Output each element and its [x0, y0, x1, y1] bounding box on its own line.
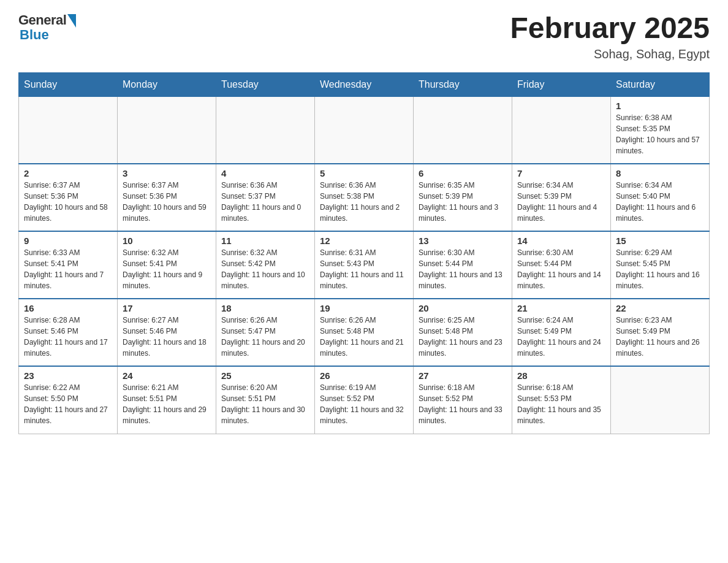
day-number: 4 [221, 168, 309, 178]
calendar-cell: 25Sunrise: 6:20 AMSunset: 5:51 PMDayligh… [216, 366, 315, 434]
calendar-cell: 10Sunrise: 6:32 AMSunset: 5:41 PMDayligh… [118, 231, 216, 299]
calendar-cell [19, 96, 118, 164]
day-info: Sunrise: 6:36 AMSunset: 5:38 PMDaylight:… [320, 180, 408, 224]
calendar-cell: 26Sunrise: 6:19 AMSunset: 5:52 PMDayligh… [315, 366, 414, 434]
day-number: 27 [419, 370, 507, 381]
calendar-week-row: 16Sunrise: 6:28 AMSunset: 5:46 PMDayligh… [19, 299, 710, 366]
calendar-header-row: SundayMondayTuesdayWednesdayThursdayFrid… [19, 72, 710, 96]
day-number: 23 [24, 370, 112, 381]
calendar-cell: 19Sunrise: 6:26 AMSunset: 5:48 PMDayligh… [315, 299, 414, 366]
calendar-cell: 22Sunrise: 6:23 AMSunset: 5:49 PMDayligh… [611, 299, 710, 366]
logo: General Blue [18, 12, 76, 43]
logo-blue-text: Blue [20, 27, 49, 43]
day-number: 28 [517, 370, 605, 381]
day-info: Sunrise: 6:31 AMSunset: 5:43 PMDaylight:… [320, 247, 408, 291]
calendar-cell: 21Sunrise: 6:24 AMSunset: 5:49 PMDayligh… [512, 299, 611, 366]
calendar-cell: 8Sunrise: 6:34 AMSunset: 5:40 PMDaylight… [611, 164, 710, 231]
day-number: 15 [616, 236, 704, 246]
day-number: 21 [517, 303, 605, 313]
calendar-cell: 2Sunrise: 6:37 AMSunset: 5:36 PMDaylight… [19, 164, 118, 231]
day-info: Sunrise: 6:20 AMSunset: 5:51 PMDaylight:… [221, 382, 309, 426]
calendar-header-sunday: Sunday [19, 72, 118, 96]
calendar-week-row: 1Sunrise: 6:38 AMSunset: 5:35 PMDaylight… [19, 96, 710, 164]
calendar-cell [611, 366, 710, 434]
day-number: 25 [221, 370, 309, 381]
day-info: Sunrise: 6:37 AMSunset: 5:36 PMDaylight:… [24, 180, 112, 224]
day-info: Sunrise: 6:34 AMSunset: 5:40 PMDaylight:… [616, 180, 704, 224]
calendar-cell: 17Sunrise: 6:27 AMSunset: 5:46 PMDayligh… [118, 299, 216, 366]
logo-arrow-icon [67, 14, 76, 28]
calendar-header-monday: Monday [118, 72, 216, 96]
day-number: 2 [24, 168, 112, 178]
day-number: 20 [419, 303, 507, 313]
day-info: Sunrise: 6:18 AMSunset: 5:52 PMDaylight:… [419, 382, 507, 426]
calendar-cell: 6Sunrise: 6:35 AMSunset: 5:39 PMDaylight… [414, 164, 512, 231]
calendar-cell: 18Sunrise: 6:26 AMSunset: 5:47 PMDayligh… [216, 299, 315, 366]
day-number: 19 [320, 303, 408, 313]
day-info: Sunrise: 6:30 AMSunset: 5:44 PMDaylight:… [419, 247, 507, 291]
day-info: Sunrise: 6:38 AMSunset: 5:35 PMDaylight:… [616, 112, 704, 156]
day-number: 5 [320, 168, 408, 178]
page-header: General Blue February 2025 Sohag, Sohag,… [18, 12, 710, 61]
calendar-week-row: 2Sunrise: 6:37 AMSunset: 5:36 PMDaylight… [19, 164, 710, 231]
calendar-cell: 24Sunrise: 6:21 AMSunset: 5:51 PMDayligh… [118, 366, 216, 434]
calendar-cell: 15Sunrise: 6:29 AMSunset: 5:45 PMDayligh… [611, 231, 710, 299]
day-info: Sunrise: 6:18 AMSunset: 5:53 PMDaylight:… [517, 382, 605, 426]
day-number: 16 [24, 303, 112, 313]
day-info: Sunrise: 6:24 AMSunset: 5:49 PMDaylight:… [517, 315, 605, 359]
day-number: 13 [419, 236, 507, 246]
day-number: 3 [123, 168, 211, 178]
day-info: Sunrise: 6:19 AMSunset: 5:52 PMDaylight:… [320, 382, 408, 426]
day-info: Sunrise: 6:34 AMSunset: 5:39 PMDaylight:… [517, 180, 605, 224]
day-number: 18 [221, 303, 309, 313]
day-info: Sunrise: 6:23 AMSunset: 5:49 PMDaylight:… [616, 315, 704, 359]
calendar-cell: 1Sunrise: 6:38 AMSunset: 5:35 PMDaylight… [611, 96, 710, 164]
calendar-cell [512, 96, 611, 164]
calendar-week-row: 23Sunrise: 6:22 AMSunset: 5:50 PMDayligh… [19, 366, 710, 434]
day-info: Sunrise: 6:30 AMSunset: 5:44 PMDaylight:… [517, 247, 605, 291]
calendar-cell: 11Sunrise: 6:32 AMSunset: 5:42 PMDayligh… [216, 231, 315, 299]
day-number: 11 [221, 236, 309, 246]
day-number: 1 [616, 101, 704, 111]
calendar-cell: 3Sunrise: 6:37 AMSunset: 5:36 PMDaylight… [118, 164, 216, 231]
day-number: 10 [123, 236, 211, 246]
day-info: Sunrise: 6:33 AMSunset: 5:41 PMDaylight:… [24, 247, 112, 291]
calendar-cell: 28Sunrise: 6:18 AMSunset: 5:53 PMDayligh… [512, 366, 611, 434]
day-number: 24 [123, 370, 211, 381]
calendar-cell [414, 96, 512, 164]
day-info: Sunrise: 6:25 AMSunset: 5:48 PMDaylight:… [419, 315, 507, 359]
day-number: 6 [419, 168, 507, 178]
calendar-week-row: 9Sunrise: 6:33 AMSunset: 5:41 PMDaylight… [19, 231, 710, 299]
calendar-cell: 14Sunrise: 6:30 AMSunset: 5:44 PMDayligh… [512, 231, 611, 299]
calendar-header-friday: Friday [512, 72, 611, 96]
title-area: February 2025 Sohag, Sohag, Egypt [510, 12, 710, 61]
day-info: Sunrise: 6:37 AMSunset: 5:36 PMDaylight:… [123, 180, 211, 224]
month-title: February 2025 [510, 12, 710, 45]
calendar-header-tuesday: Tuesday [216, 72, 315, 96]
calendar-header-saturday: Saturday [611, 72, 710, 96]
day-number: 9 [24, 236, 112, 246]
calendar-cell: 7Sunrise: 6:34 AMSunset: 5:39 PMDaylight… [512, 164, 611, 231]
calendar-cell: 16Sunrise: 6:28 AMSunset: 5:46 PMDayligh… [19, 299, 118, 366]
calendar-header-wednesday: Wednesday [315, 72, 414, 96]
day-number: 7 [517, 168, 605, 178]
calendar-cell: 5Sunrise: 6:36 AMSunset: 5:38 PMDaylight… [315, 164, 414, 231]
calendar-table: SundayMondayTuesdayWednesdayThursdayFrid… [18, 72, 710, 434]
calendar-cell [216, 96, 315, 164]
day-number: 8 [616, 168, 704, 178]
calendar-header-thursday: Thursday [414, 72, 512, 96]
calendar-cell: 13Sunrise: 6:30 AMSunset: 5:44 PMDayligh… [414, 231, 512, 299]
day-info: Sunrise: 6:22 AMSunset: 5:50 PMDaylight:… [24, 382, 112, 426]
day-info: Sunrise: 6:21 AMSunset: 5:51 PMDaylight:… [123, 382, 211, 426]
day-info: Sunrise: 6:28 AMSunset: 5:46 PMDaylight:… [24, 315, 112, 359]
calendar-cell: 4Sunrise: 6:36 AMSunset: 5:37 PMDaylight… [216, 164, 315, 231]
day-number: 22 [616, 303, 704, 313]
calendar-cell: 20Sunrise: 6:25 AMSunset: 5:48 PMDayligh… [414, 299, 512, 366]
day-info: Sunrise: 6:29 AMSunset: 5:45 PMDaylight:… [616, 247, 704, 291]
logo-general-text: General [18, 12, 66, 28]
day-info: Sunrise: 6:26 AMSunset: 5:47 PMDaylight:… [221, 315, 309, 359]
calendar-cell: 12Sunrise: 6:31 AMSunset: 5:43 PMDayligh… [315, 231, 414, 299]
day-number: 12 [320, 236, 408, 246]
day-number: 14 [517, 236, 605, 246]
calendar-cell: 23Sunrise: 6:22 AMSunset: 5:50 PMDayligh… [19, 366, 118, 434]
